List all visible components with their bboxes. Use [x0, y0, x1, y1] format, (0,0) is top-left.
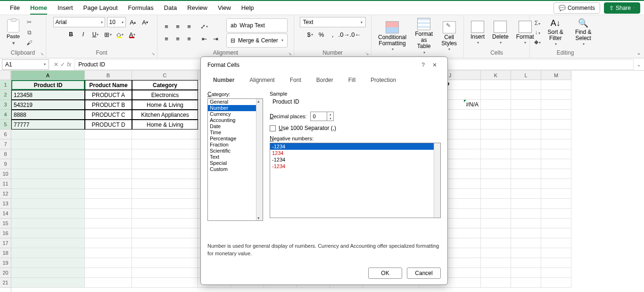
row-header-11[interactable]: 11: [0, 179, 11, 189]
bold-button[interactable]: B: [66, 29, 76, 40]
row-header-20[interactable]: 20: [0, 268, 11, 278]
cell-B9[interactable]: [85, 159, 132, 169]
row-header-3[interactable]: 3: [0, 100, 11, 110]
cell-A13[interactable]: [11, 199, 85, 209]
row-header-13[interactable]: 13: [0, 199, 11, 209]
cell-K3[interactable]: [481, 100, 511, 110]
spin-down-icon[interactable]: ▾: [327, 116, 333, 121]
tab-border[interactable]: Border: [309, 73, 341, 87]
row-header-6[interactable]: 6: [0, 130, 11, 139]
cell-L20[interactable]: [511, 268, 541, 278]
number-launcher-icon[interactable]: ↘: [365, 51, 369, 56]
cell-K7[interactable]: [481, 139, 511, 149]
negative-numbers-list[interactable]: -12341234-1234-1234: [270, 143, 441, 218]
row-header-15[interactable]: 15: [0, 219, 11, 228]
cell-M5[interactable]: [541, 120, 571, 130]
cell-C2[interactable]: Electronics: [132, 90, 198, 100]
cell-L4[interactable]: [511, 110, 541, 120]
align-center-icon[interactable]: ≡: [173, 34, 183, 44]
decimal-places-input[interactable]: [311, 112, 327, 121]
menu-formulas[interactable]: Formulas: [123, 1, 159, 14]
row-header-12[interactable]: 12: [0, 189, 11, 199]
autosum-icon[interactable]: Σ▾: [534, 20, 541, 27]
insert-cells-button[interactable]: Insert▾: [468, 20, 487, 46]
cell-C4[interactable]: Kitchen Appliances: [132, 110, 198, 120]
negative-option-3[interactable]: -1234: [270, 163, 440, 170]
cell-A14[interactable]: [11, 209, 85, 219]
cell-B1[interactable]: Product Name: [85, 80, 132, 90]
cell-A3[interactable]: 543219: [11, 100, 85, 110]
category-special[interactable]: Special: [208, 160, 263, 166]
cell-L1[interactable]: [511, 80, 541, 90]
cell-C7[interactable]: [132, 139, 198, 149]
font-launcher-icon[interactable]: ↘: [151, 51, 155, 56]
cell-M19[interactable]: [541, 258, 571, 268]
cell-A7[interactable]: [11, 139, 85, 149]
col-header-M[interactable]: M: [541, 71, 571, 80]
cell-K18[interactable]: [481, 248, 511, 258]
cell-M11[interactable]: [541, 179, 571, 189]
cell-K4[interactable]: [481, 110, 511, 120]
menu-data[interactable]: Data: [159, 1, 182, 14]
cell-K5[interactable]: [481, 120, 511, 130]
cell-A12[interactable]: [11, 189, 85, 199]
comments-button[interactable]: 💬Comments: [553, 2, 600, 14]
cancel-formula-icon[interactable]: ✕: [54, 61, 58, 68]
clear-icon[interactable]: ◆▾: [534, 39, 541, 46]
cell-A20[interactable]: [11, 268, 85, 278]
comma-format-icon[interactable]: ,: [328, 29, 338, 40]
cell-K6[interactable]: [481, 130, 511, 139]
cell-C21[interactable]: [132, 278, 198, 288]
col-header-K[interactable]: K: [481, 71, 511, 80]
row-header-9[interactable]: 9: [0, 159, 11, 169]
cell-K10[interactable]: [481, 169, 511, 179]
row-header-8[interactable]: 8: [0, 149, 11, 159]
cell-L18[interactable]: [511, 248, 541, 258]
cell-C18[interactable]: [132, 248, 198, 258]
cell-C13[interactable]: [132, 199, 198, 209]
cell-B7[interactable]: [85, 139, 132, 149]
cell-B15[interactable]: [85, 219, 132, 228]
row-header-5[interactable]: 5: [0, 120, 11, 130]
cell-M6[interactable]: [541, 130, 571, 139]
cell-A15[interactable]: [11, 219, 85, 228]
cell-L8[interactable]: [511, 149, 541, 159]
category-list[interactable]: GeneralNumberCurrencyAccountingDateTimeP…: [207, 98, 263, 221]
cell-L2[interactable]: [511, 90, 541, 100]
cell-L16[interactable]: [511, 228, 541, 238]
fill-icon[interactable]: ↓▾: [534, 29, 541, 37]
italic-button[interactable]: I: [78, 29, 89, 40]
cell-M13[interactable]: [541, 199, 571, 209]
cell-B4[interactable]: PRODUCT C: [85, 110, 132, 120]
decrease-decimal-icon[interactable]: .0←: [350, 29, 361, 40]
enter-formula-icon[interactable]: ✓: [60, 61, 65, 68]
row-header-19[interactable]: 19: [0, 258, 11, 268]
cell-C8[interactable]: [132, 149, 198, 159]
share-button[interactable]: ⇪Share▾: [604, 2, 640, 14]
font-size-select[interactable]: 10▾: [107, 17, 126, 27]
cell-C11[interactable]: [132, 179, 198, 189]
row-header-7[interactable]: 7: [0, 139, 11, 149]
underline-button[interactable]: U▾: [91, 29, 101, 40]
row-header-18[interactable]: 18: [0, 248, 11, 258]
alignment-launcher-icon[interactable]: ↘: [288, 51, 292, 56]
cut-icon[interactable]: ✂: [25, 19, 33, 26]
cell-K11[interactable]: [481, 179, 511, 189]
cell-A16[interactable]: [11, 228, 85, 238]
menu-review[interactable]: Review: [182, 1, 213, 14]
cell-L7[interactable]: [511, 139, 541, 149]
tab-protection[interactable]: Protection: [363, 73, 404, 87]
cell-K15[interactable]: [481, 219, 511, 228]
category-percentage[interactable]: Percentage: [208, 136, 263, 142]
category-general[interactable]: General: [208, 99, 263, 105]
cell-A5[interactable]: 77777: [11, 120, 85, 130]
cell-L10[interactable]: [511, 169, 541, 179]
accounting-format-icon[interactable]: $▾: [305, 29, 315, 40]
cell-B6[interactable]: [85, 130, 132, 139]
align-bottom-icon[interactable]: ≡: [184, 22, 194, 32]
cell-A6[interactable]: [11, 130, 85, 139]
cell-M9[interactable]: [541, 159, 571, 169]
cell-C3[interactable]: Home & Living: [132, 100, 198, 110]
cell-L12[interactable]: [511, 189, 541, 199]
cell-styles-button[interactable]: Cell Styles▾: [438, 20, 460, 53]
